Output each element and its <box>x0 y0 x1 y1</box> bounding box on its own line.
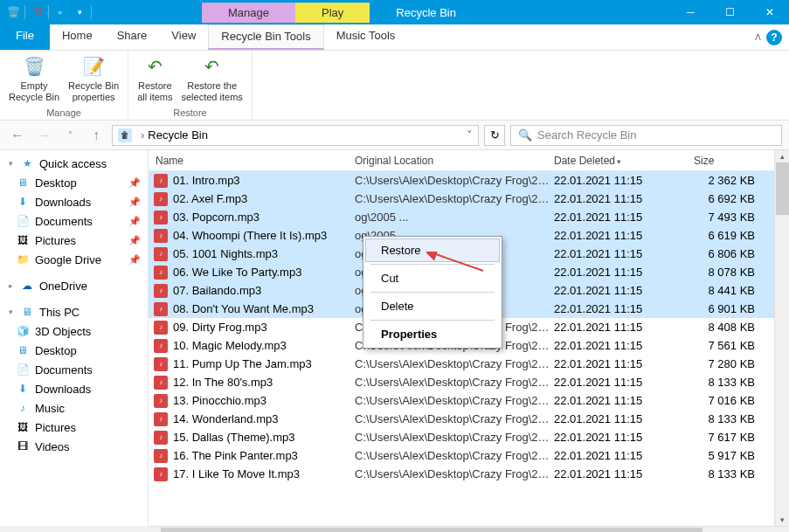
help-icon[interactable]: ? <box>766 30 782 45</box>
chevron-right-icon[interactable]: › <box>141 128 144 142</box>
chevron-down-icon[interactable]: ▾ <box>9 307 13 316</box>
vertical-scrollbar[interactable]: ▴ ▾ <box>774 150 789 526</box>
file-row[interactable]: ♪03. Popcorn.mp3og\2005 ...22.01.2021 11… <box>149 208 774 226</box>
file-name: 15. Dallas (Theme).mp3 <box>173 431 355 444</box>
sidebar-videos[interactable]: 🎞Videos <box>0 437 148 456</box>
context-menu-restore[interactable]: Restore <box>365 238 500 262</box>
chevron-right-icon[interactable]: ▸ <box>9 281 13 290</box>
context-menu-properties[interactable]: Properties <box>365 322 500 346</box>
chevron-down-icon[interactable]: ▾ <box>9 159 13 168</box>
tab-recycle-bin-tools[interactable]: Recycle Bin Tools <box>208 24 323 50</box>
file-row[interactable]: ♪13. Pinocchio.mp3C:\Users\Alex\Desktop\… <box>149 391 774 410</box>
file-name: 10. Magic Melody.mp3 <box>173 339 355 352</box>
forward-button[interactable]: → <box>33 125 54 146</box>
collapse-ribbon-icon[interactable]: ᐱ <box>755 32 761 42</box>
recent-locations-button[interactable]: ˅ <box>59 125 80 146</box>
audio-file-icon: ♪ <box>154 376 168 390</box>
context-tab-play[interactable]: Play <box>295 3 370 23</box>
tab-file[interactable]: File <box>0 24 50 50</box>
refresh-button[interactable]: ↻ <box>484 125 505 146</box>
scrollbar-thumb[interactable] <box>161 528 702 532</box>
file-name: 13. Pinocchio.mp3 <box>173 394 355 407</box>
restore-selected-items-button[interactable]: ↶ Restore the selected items <box>178 52 246 107</box>
audio-file-icon: ♪ <box>154 394 168 408</box>
tab-view[interactable]: View <box>159 24 208 50</box>
sidebar-google-drive[interactable]: 📁Google Drive📌 <box>0 250 148 269</box>
sidebar-pictures-pc[interactable]: 🖼Pictures <box>0 418 148 437</box>
close-button[interactable]: ✕ <box>750 0 789 24</box>
sidebar-documents[interactable]: 📄Documents📌 <box>0 211 148 231</box>
context-tab-manage[interactable]: Manage <box>202 3 295 23</box>
address-bar[interactable]: 🗑 › Recycle Bin ˅ <box>112 125 479 146</box>
file-size: 2 362 KB <box>694 174 764 187</box>
audio-file-icon: ♪ <box>154 412 168 426</box>
file-date: 22.01.2021 11:15 <box>554 229 694 242</box>
address-dropdown-icon[interactable]: ˅ <box>467 128 473 142</box>
column-date-deleted[interactable]: Date Deleted <box>554 155 694 167</box>
scrollbar-thumb[interactable] <box>776 162 789 215</box>
file-location: C:\Users\Alex\Desktop\Crazy Frog\2005 ..… <box>355 431 554 444</box>
separator <box>370 264 495 265</box>
file-row[interactable]: ♪14. Wonderland.mp3C:\Users\Alex\Desktop… <box>149 410 774 428</box>
sidebar-this-pc[interactable]: ▾🖥This PC <box>0 302 148 321</box>
file-row[interactable]: ♪01. Intro.mp3C:\Users\Alex\Desktop\Craz… <box>149 171 774 190</box>
file-row[interactable]: ♪15. Dallas (Theme).mp3C:\Users\Alex\Des… <box>149 428 774 446</box>
scroll-down-icon[interactable]: ▾ <box>775 514 789 526</box>
file-date: 22.01.2021 11:15 <box>554 266 694 279</box>
scroll-up-icon[interactable]: ▴ <box>775 150 789 162</box>
separator <box>370 292 495 293</box>
sidebar-downloads-pc[interactable]: ⬇Downloads <box>0 379 148 398</box>
file-name: 11. Pump Up The Jam.mp3 <box>173 357 355 370</box>
star-icon: ★ <box>20 156 34 170</box>
file-size: 7 561 KB <box>694 339 764 352</box>
column-original-location[interactable]: Original Location <box>355 155 554 167</box>
up-button[interactable]: ↑ <box>86 125 107 146</box>
recycle-bin-icon[interactable]: 🗑️ <box>5 4 21 20</box>
sidebar-music[interactable]: ♪Music <box>0 398 148 418</box>
folder-icon: 📁 <box>16 252 30 266</box>
sidebar-3d-objects[interactable]: 🧊3D Objects <box>0 321 148 341</box>
tab-home[interactable]: Home <box>50 24 105 50</box>
window-title: Recycle Bin <box>396 6 456 19</box>
file-date: 22.01.2021 11:15 <box>554 357 694 370</box>
checkbox-icon[interactable]: ☑ <box>29 4 45 20</box>
back-button[interactable]: ← <box>7 125 28 146</box>
context-menu-delete[interactable]: Delete <box>365 294 500 318</box>
navigation-pane[interactable]: ▾★Quick access 🖥Desktop📌 ⬇Downloads📌 📄Do… <box>0 150 149 526</box>
pin-icon: 📌 <box>128 177 141 189</box>
tab-share[interactable]: Share <box>105 24 160 50</box>
address-bar-row: ← → ˅ ↑ 🗑 › Recycle Bin ˅ ↻ 🔍 Search Rec… <box>0 121 789 150</box>
music-icon: ♪ <box>16 401 30 415</box>
sidebar-desktop[interactable]: 🖥Desktop📌 <box>0 173 148 192</box>
file-row[interactable]: ♪11. Pump Up The Jam.mp3C:\Users\Alex\De… <box>149 355 774 373</box>
column-size[interactable]: Size <box>694 155 764 167</box>
horizontal-scrollbar[interactable] <box>149 526 789 532</box>
file-location: C:\Users\Alex\Desktop\Crazy Frog\2005 ..… <box>355 357 554 370</box>
column-name[interactable]: Name <box>154 155 355 167</box>
file-row[interactable]: ♪02. Axel F.mp3C:\Users\Alex\Desktop\Cra… <box>149 190 774 208</box>
tab-music-tools[interactable]: Music Tools <box>324 24 408 50</box>
restore-all-items-button[interactable]: ↶ Restore all items <box>134 52 176 107</box>
sidebar-desktop-pc[interactable]: 🖥Desktop <box>0 341 148 360</box>
document-icon[interactable]: ▫ <box>52 4 68 20</box>
audio-file-icon: ♪ <box>154 229 168 243</box>
sidebar-downloads[interactable]: ⬇Downloads📌 <box>0 192 148 211</box>
sidebar-pictures[interactable]: 🖼Pictures📌 <box>0 231 148 250</box>
empty-recycle-bin-button[interactable]: 🗑️ Empty Recycle Bin <box>5 52 63 107</box>
file-name: 05. 1001 Nights.mp3 <box>173 247 355 260</box>
sidebar-quick-access[interactable]: ▾★Quick access <box>0 154 148 173</box>
file-row[interactable]: ♪12. In The 80's.mp3C:\Users\Alex\Deskto… <box>149 373 774 391</box>
qat-dropdown-icon[interactable]: ▾ <box>72 4 87 20</box>
minimize-button[interactable]: ─ <box>671 0 710 24</box>
sidebar-documents-pc[interactable]: 📄Documents <box>0 360 148 379</box>
file-row[interactable]: ♪17. I Like To Move It.mp3C:\Users\Alex\… <box>149 465 774 483</box>
file-date: 22.01.2021 11:15 <box>554 376 694 389</box>
audio-file-icon: ♪ <box>154 211 168 225</box>
recycle-bin-properties-button[interactable]: 📝 Recycle Bin properties <box>65 52 122 107</box>
file-date: 22.01.2021 11:15 <box>554 339 694 352</box>
context-menu-cut[interactable]: Cut <box>365 266 500 290</box>
sidebar-onedrive[interactable]: ▸☁OneDrive <box>0 276 148 295</box>
search-input[interactable]: 🔍 Search Recycle Bin <box>510 125 782 146</box>
maximize-button[interactable]: ☐ <box>710 0 750 24</box>
file-row[interactable]: ♪16. The Pink Panter.mp3C:\Users\Alex\De… <box>149 446 774 465</box>
